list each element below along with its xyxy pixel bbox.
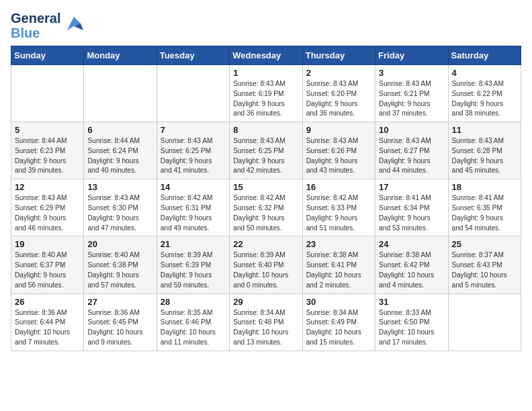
calendar-day-cell: 4Sunrise: 8:43 AM Sunset: 6:22 PM Daylig… <box>448 65 521 122</box>
calendar-week-row: 12Sunrise: 8:43 AM Sunset: 6:29 PM Dayli… <box>11 179 521 236</box>
calendar-day-cell: 20Sunrise: 8:40 AM Sunset: 6:38 PM Dayli… <box>84 236 157 293</box>
weekday-header-tuesday: Tuesday <box>157 46 229 65</box>
day-info: Sunrise: 8:39 AM Sunset: 6:40 PM Dayligh… <box>233 250 298 290</box>
calendar-day-cell: 18Sunrise: 8:41 AM Sunset: 6:35 PM Dayli… <box>448 179 521 236</box>
day-info: Sunrise: 8:43 AM Sunset: 6:27 PM Dayligh… <box>379 136 444 176</box>
calendar-day-cell: 2Sunrise: 8:43 AM Sunset: 6:20 PM Daylig… <box>302 65 375 122</box>
calendar-day-cell: 29Sunrise: 8:34 AM Sunset: 6:48 PM Dayli… <box>230 293 302 351</box>
day-info: Sunrise: 8:42 AM Sunset: 6:32 PM Dayligh… <box>233 193 298 233</box>
day-number: 1 <box>233 68 298 78</box>
day-info: Sunrise: 8:43 AM Sunset: 6:25 PM Dayligh… <box>161 136 226 176</box>
day-number: 12 <box>15 182 80 192</box>
page-header: General Blue <box>11 11 521 40</box>
calendar-day-cell: 17Sunrise: 8:41 AM Sunset: 6:34 PM Dayli… <box>375 179 448 236</box>
day-number: 21 <box>161 239 226 249</box>
calendar-day-cell: 15Sunrise: 8:42 AM Sunset: 6:32 PM Dayli… <box>230 179 302 236</box>
day-number: 24 <box>379 239 444 249</box>
day-number: 20 <box>87 239 152 249</box>
calendar-week-row: 1Sunrise: 8:43 AM Sunset: 6:19 PM Daylig… <box>11 65 521 122</box>
day-number: 4 <box>452 68 517 78</box>
calendar-day-cell: 22Sunrise: 8:39 AM Sunset: 6:40 PM Dayli… <box>230 236 302 293</box>
calendar-day-cell: 31Sunrise: 8:33 AM Sunset: 6:50 PM Dayli… <box>375 293 448 351</box>
calendar-day-cell: 23Sunrise: 8:38 AM Sunset: 6:41 PM Dayli… <box>302 236 375 293</box>
calendar-day-cell: 11Sunrise: 8:43 AM Sunset: 6:28 PM Dayli… <box>448 122 521 179</box>
day-number: 23 <box>306 239 371 249</box>
day-number: 18 <box>452 182 517 192</box>
day-number: 2 <box>306 68 371 78</box>
calendar-day-cell: 13Sunrise: 8:43 AM Sunset: 6:30 PM Dayli… <box>84 179 157 236</box>
day-number: 28 <box>161 297 226 307</box>
calendar-day-cell: 5Sunrise: 8:44 AM Sunset: 6:23 PM Daylig… <box>11 122 84 179</box>
day-number: 27 <box>87 297 152 307</box>
day-number: 5 <box>15 125 80 135</box>
calendar-empty-cell <box>84 65 157 122</box>
day-info: Sunrise: 8:39 AM Sunset: 6:39 PM Dayligh… <box>161 250 226 290</box>
day-info: Sunrise: 8:33 AM Sunset: 6:50 PM Dayligh… <box>379 308 444 348</box>
day-number: 15 <box>233 182 298 192</box>
day-info: Sunrise: 8:40 AM Sunset: 6:38 PM Dayligh… <box>87 250 152 290</box>
day-number: 9 <box>306 125 371 135</box>
day-info: Sunrise: 8:43 AM Sunset: 6:26 PM Dayligh… <box>306 136 371 176</box>
calendar-empty-cell <box>157 65 229 122</box>
logo-general: General <box>11 11 60 26</box>
day-info: Sunrise: 8:37 AM Sunset: 6:43 PM Dayligh… <box>452 250 517 290</box>
weekday-header-wednesday: Wednesday <box>230 46 302 65</box>
day-info: Sunrise: 8:44 AM Sunset: 6:24 PM Dayligh… <box>87 136 152 176</box>
day-info: Sunrise: 8:43 AM Sunset: 6:22 PM Dayligh… <box>452 79 517 119</box>
weekday-header-sunday: Sunday <box>11 46 84 65</box>
day-number: 19 <box>15 239 80 249</box>
day-info: Sunrise: 8:36 AM Sunset: 6:44 PM Dayligh… <box>15 308 80 348</box>
day-info: Sunrise: 8:35 AM Sunset: 6:46 PM Dayligh… <box>161 308 226 348</box>
weekday-header-saturday: Saturday <box>448 46 521 65</box>
day-number: 3 <box>379 68 444 78</box>
day-number: 30 <box>306 297 371 307</box>
calendar-day-cell: 27Sunrise: 8:36 AM Sunset: 6:45 PM Dayli… <box>84 293 157 351</box>
day-info: Sunrise: 8:44 AM Sunset: 6:23 PM Dayligh… <box>15 136 80 176</box>
calendar-day-cell: 14Sunrise: 8:42 AM Sunset: 6:31 PM Dayli… <box>157 179 229 236</box>
calendar-week-row: 19Sunrise: 8:40 AM Sunset: 6:37 PM Dayli… <box>11 236 521 293</box>
logo: General Blue <box>11 11 83 40</box>
day-number: 31 <box>379 297 444 307</box>
day-number: 7 <box>161 125 226 135</box>
calendar-day-cell: 7Sunrise: 8:43 AM Sunset: 6:25 PM Daylig… <box>157 122 229 179</box>
logo-bird-icon <box>64 14 83 38</box>
calendar-table: SundayMondayTuesdayWednesdayThursdayFrid… <box>11 46 521 351</box>
day-info: Sunrise: 8:42 AM Sunset: 6:31 PM Dayligh… <box>161 193 226 233</box>
calendar-day-cell: 24Sunrise: 8:38 AM Sunset: 6:42 PM Dayli… <box>375 236 448 293</box>
day-number: 22 <box>233 239 298 249</box>
calendar-day-cell: 30Sunrise: 8:34 AM Sunset: 6:49 PM Dayli… <box>302 293 375 351</box>
day-number: 29 <box>233 297 298 307</box>
day-info: Sunrise: 8:43 AM Sunset: 6:19 PM Dayligh… <box>233 79 298 119</box>
calendar-day-cell: 1Sunrise: 8:43 AM Sunset: 6:19 PM Daylig… <box>230 65 302 122</box>
weekday-header-friday: Friday <box>375 46 448 65</box>
day-number: 16 <box>306 182 371 192</box>
calendar-empty-cell <box>448 293 521 351</box>
day-info: Sunrise: 8:41 AM Sunset: 6:34 PM Dayligh… <box>379 193 444 233</box>
day-number: 13 <box>87 182 152 192</box>
day-info: Sunrise: 8:43 AM Sunset: 6:21 PM Dayligh… <box>379 79 444 119</box>
day-info: Sunrise: 8:43 AM Sunset: 6:20 PM Dayligh… <box>306 79 371 119</box>
day-info: Sunrise: 8:34 AM Sunset: 6:48 PM Dayligh… <box>233 308 298 348</box>
calendar-day-cell: 10Sunrise: 8:43 AM Sunset: 6:27 PM Dayli… <box>375 122 448 179</box>
day-number: 11 <box>452 125 517 135</box>
day-info: Sunrise: 8:43 AM Sunset: 6:29 PM Dayligh… <box>15 193 80 233</box>
day-number: 17 <box>379 182 444 192</box>
calendar-day-cell: 8Sunrise: 8:43 AM Sunset: 6:25 PM Daylig… <box>230 122 302 179</box>
day-number: 14 <box>161 182 226 192</box>
day-info: Sunrise: 8:34 AM Sunset: 6:49 PM Dayligh… <box>306 308 371 348</box>
calendar-day-cell: 6Sunrise: 8:44 AM Sunset: 6:24 PM Daylig… <box>84 122 157 179</box>
day-number: 26 <box>15 297 80 307</box>
day-number: 8 <box>233 125 298 135</box>
day-number: 25 <box>452 239 517 249</box>
calendar-day-cell: 9Sunrise: 8:43 AM Sunset: 6:26 PM Daylig… <box>302 122 375 179</box>
calendar-week-row: 26Sunrise: 8:36 AM Sunset: 6:44 PM Dayli… <box>11 293 521 351</box>
day-info: Sunrise: 8:43 AM Sunset: 6:25 PM Dayligh… <box>233 136 298 176</box>
day-info: Sunrise: 8:38 AM Sunset: 6:42 PM Dayligh… <box>379 250 444 290</box>
calendar-day-cell: 12Sunrise: 8:43 AM Sunset: 6:29 PM Dayli… <box>11 179 84 236</box>
calendar-day-cell: 28Sunrise: 8:35 AM Sunset: 6:46 PM Dayli… <box>157 293 229 351</box>
calendar-day-cell: 25Sunrise: 8:37 AM Sunset: 6:43 PM Dayli… <box>448 236 521 293</box>
calendar-day-cell: 16Sunrise: 8:42 AM Sunset: 6:33 PM Dayli… <box>302 179 375 236</box>
calendar-day-cell: 19Sunrise: 8:40 AM Sunset: 6:37 PM Dayli… <box>11 236 84 293</box>
weekday-header-row: SundayMondayTuesdayWednesdayThursdayFrid… <box>11 46 521 65</box>
day-info: Sunrise: 8:40 AM Sunset: 6:37 PM Dayligh… <box>15 250 80 290</box>
